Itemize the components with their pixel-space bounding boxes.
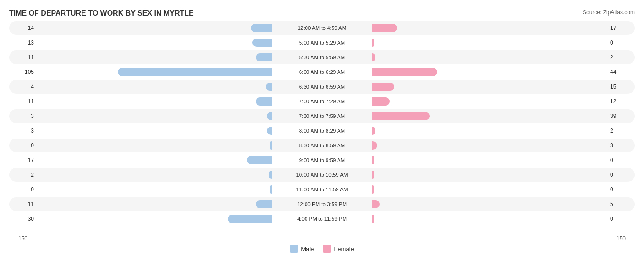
bars-wrapper: 8:30 AM to 8:59 AM [37, 139, 607, 152]
legend-female-label: Female [334, 245, 354, 252]
male-bar-container [37, 97, 272, 106]
male-value: 0 [9, 142, 37, 149]
male-bar-container [37, 82, 272, 91]
female-bar-container [372, 82, 607, 91]
time-label: 11:00 AM to 11:59 AM [272, 187, 372, 192]
female-bar-container [372, 141, 607, 150]
time-label: 6:30 AM to 6:59 AM [272, 84, 372, 89]
male-bar-container [37, 214, 272, 223]
male-bar-container [37, 38, 272, 47]
female-value: 0 [607, 157, 635, 163]
female-bar-container [372, 200, 607, 209]
female-bar [372, 141, 377, 150]
bars-wrapper: 11:00 AM to 11:59 AM [37, 183, 607, 196]
chart-row: 13 5:00 AM to 5:29 AM 0 [9, 36, 635, 50]
chart-row: 30 4:00 PM to 11:59 PM 0 [9, 212, 635, 226]
axis-labels: 150 150 [9, 235, 635, 242]
axis-left-label: 150 [18, 235, 27, 242]
male-bar [256, 97, 272, 106]
female-bar-container [372, 23, 607, 33]
legend-male-label: Male [301, 245, 314, 252]
male-bar [266, 83, 272, 91]
time-label: 7:30 AM to 7:59 AM [272, 113, 372, 119]
time-label: 10:00 AM to 10:59 AM [272, 172, 372, 178]
female-bar [372, 215, 374, 223]
time-label: 5:00 AM to 5:29 AM [272, 40, 372, 45]
female-value: 44 [607, 69, 635, 75]
female-bar-container [372, 53, 607, 62]
female-value: 0 [607, 172, 635, 178]
male-bar [267, 127, 272, 135]
male-value: 0 [9, 186, 37, 193]
female-bar-container [372, 97, 607, 106]
male-bar [251, 24, 272, 32]
female-bar [372, 171, 374, 179]
male-value: 105 [9, 69, 37, 75]
time-label: 9:00 AM to 9:59 AM [272, 157, 372, 163]
female-value: 0 [607, 39, 635, 46]
chart-row: 11 12:00 PM to 3:59 PM 5 [9, 197, 635, 211]
female-bar-container [372, 214, 607, 223]
female-bar [372, 68, 437, 76]
male-bar-container [37, 126, 272, 135]
female-bar [372, 97, 390, 106]
female-value: 2 [607, 128, 635, 134]
female-bar-container [372, 170, 607, 179]
female-value: 3 [607, 142, 635, 149]
bars-wrapper: 4:00 PM to 11:59 PM [37, 212, 607, 226]
male-bar [228, 215, 272, 223]
female-value: 12 [607, 98, 635, 105]
bars-wrapper: 5:30 AM to 5:59 AM [37, 50, 607, 64]
female-value: 0 [607, 216, 635, 222]
female-bar-container [372, 156, 607, 165]
time-label: 7:00 AM to 7:29 AM [272, 99, 372, 104]
chart-row: 0 8:30 AM to 8:59 AM 3 [9, 139, 635, 152]
bars-wrapper: 6:30 AM to 6:59 AM [37, 80, 607, 94]
female-value: 17 [607, 25, 635, 31]
female-value: 5 [607, 201, 635, 207]
chart-container: TIME OF DEPARTURE TO WORK BY SEX IN MYRT… [0, 0, 644, 273]
female-value: 15 [607, 84, 635, 90]
legend-male-box [290, 245, 298, 253]
male-bar [256, 53, 272, 61]
male-value: 11 [9, 54, 37, 61]
male-value: 11 [9, 98, 37, 105]
female-value: 0 [607, 186, 635, 193]
bars-wrapper: 5:00 AM to 5:29 AM [37, 36, 607, 50]
female-bar [372, 200, 380, 208]
female-bar [372, 39, 374, 47]
chart-row: 14 12:00 AM to 4:59 AM 17 [9, 21, 635, 35]
male-bar-container [37, 53, 272, 62]
male-value: 2 [9, 172, 37, 178]
legend-male: Male [290, 245, 314, 253]
bars-wrapper: 7:00 AM to 7:29 AM [37, 95, 607, 108]
male-bar [267, 112, 272, 120]
male-bar [247, 156, 272, 164]
male-value: 11 [9, 201, 37, 207]
bars-wrapper: 9:00 AM to 9:59 AM [37, 153, 607, 167]
chart-row: 3 7:30 AM to 7:59 AM 39 [9, 109, 635, 123]
bars-wrapper: 12:00 PM to 3:59 PM [37, 197, 607, 211]
chart-row: 17 9:00 AM to 9:59 AM 0 [9, 153, 635, 167]
chart-row: 4 6:30 AM to 6:59 AM 15 [9, 80, 635, 94]
male-bar [256, 200, 272, 208]
male-value: 3 [9, 128, 37, 134]
male-bar-container [37, 141, 272, 150]
bars-wrapper: 6:00 AM to 6:29 AM [37, 65, 607, 79]
time-label: 5:30 AM to 5:59 AM [272, 55, 372, 60]
female-bar-container [372, 185, 607, 194]
female-bar [372, 156, 374, 164]
female-bar-container [372, 67, 607, 77]
male-value: 17 [9, 157, 37, 163]
male-value: 3 [9, 113, 37, 119]
time-label: 12:00 AM to 4:59 AM [272, 25, 372, 31]
female-value: 2 [607, 54, 635, 61]
chart-title: TIME OF DEPARTURE TO WORK BY SEX IN MYRT… [9, 9, 635, 17]
bars-wrapper: 10:00 AM to 10:59 AM [37, 168, 607, 182]
bars-wrapper: 8:00 AM to 8:29 AM [37, 124, 607, 138]
male-bar [252, 39, 272, 47]
bars-wrapper: 7:30 AM to 7:59 AM [37, 109, 607, 123]
legend-female-box [323, 245, 331, 253]
chart-row: 2 10:00 AM to 10:59 AM 0 [9, 168, 635, 182]
bars-wrapper: 12:00 AM to 4:59 AM [37, 21, 607, 35]
